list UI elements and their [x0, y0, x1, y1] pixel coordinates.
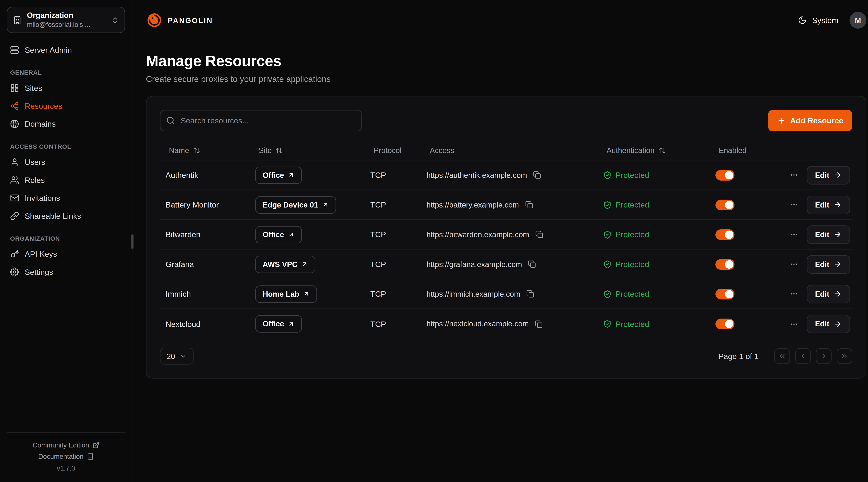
copy-button[interactable]: [534, 319, 544, 329]
site-label: AWS VPC: [262, 260, 298, 268]
site-link[interactable]: Edge Device 01: [255, 196, 336, 214]
resources-card: Add Resource Name Site Protocol: [146, 96, 866, 379]
org-selector-text: Organization milo@fossorial.io's ...: [27, 11, 106, 29]
plus-icon: [777, 117, 785, 125]
last-page-button[interactable]: [837, 348, 852, 364]
page-subtitle: Create secure proxies to your private ap…: [146, 74, 866, 84]
access-url: https://battery.example.com: [426, 200, 519, 209]
enabled-toggle[interactable]: [715, 319, 735, 329]
site-link[interactable]: Office: [255, 226, 302, 243]
table-row: Battery Monitor Edge Device 01 TCP https…: [160, 190, 852, 220]
org-selector[interactable]: Organization milo@fossorial.io's ...: [7, 7, 125, 33]
site-label: Office: [262, 230, 284, 238]
shield-check-icon: [603, 200, 612, 209]
first-page-button[interactable]: [774, 348, 790, 364]
column-header-name[interactable]: Name: [160, 147, 250, 155]
resource-name: Grafana: [160, 260, 250, 269]
row-menu-button[interactable]: [788, 228, 800, 241]
column-header-authentication[interactable]: Authentication: [597, 147, 710, 155]
add-resource-button[interactable]: Add Resource: [768, 110, 852, 131]
sidebar-item-settings[interactable]: Settings: [7, 263, 125, 281]
copy-button[interactable]: [525, 289, 535, 299]
enabled-toggle[interactable]: [715, 199, 735, 210]
column-label: Authentication: [607, 147, 655, 155]
enabled-toggle[interactable]: [715, 259, 735, 269]
sidebar-item-server-admin[interactable]: Server Admin: [7, 41, 125, 59]
card-toolbar: Add Resource: [160, 110, 852, 131]
search-input[interactable]: [160, 110, 362, 131]
table-row: Bitwarden Office TCP https://bitwarden.e…: [160, 220, 852, 250]
pager-buttons: [774, 348, 852, 364]
row-menu-button[interactable]: [788, 257, 800, 271]
row-menu-button[interactable]: [788, 198, 800, 212]
documentation-link[interactable]: Documentation: [7, 451, 125, 462]
moon-icon: [798, 16, 807, 25]
topbar: PANGOLIN System M: [132, 0, 868, 40]
toggle-knob: [725, 260, 733, 268]
site-link[interactable]: Office: [255, 315, 302, 332]
copy-button[interactable]: [532, 170, 542, 180]
edit-label: Edit: [815, 171, 829, 179]
column-label: Protocol: [374, 147, 402, 155]
sidebar-item-users[interactable]: Users: [7, 153, 125, 171]
avatar[interactable]: M: [849, 12, 866, 29]
next-page-button[interactable]: [816, 348, 832, 364]
shield-check-icon: [603, 320, 612, 328]
brand-home-link[interactable]: PANGOLIN: [146, 12, 213, 29]
sidebar-item-domains[interactable]: Domains: [7, 115, 125, 133]
arrow-up-right-icon: [302, 261, 308, 267]
sidebar-item-sites[interactable]: Sites: [7, 79, 125, 97]
column-header-protocol: Protocol: [365, 147, 421, 155]
column-label: Access: [430, 147, 454, 155]
search-wrap: [160, 110, 362, 131]
app-root: Organization milo@fossorial.io's ... Ser…: [0, 0, 868, 482]
row-menu-button[interactable]: [788, 168, 800, 182]
chevron-down-icon: [180, 352, 187, 360]
pagination: Page 1 of 1: [718, 348, 852, 364]
edit-button[interactable]: Edit: [807, 285, 850, 303]
edit-button[interactable]: Edit: [807, 225, 850, 244]
copy-button[interactable]: [524, 200, 534, 210]
row-menu-button[interactable]: [788, 317, 800, 331]
sidebar-item-shareable-links[interactable]: Shareable Links: [7, 207, 125, 225]
auth-status: Protected: [616, 260, 649, 269]
site-link[interactable]: Home Lab: [255, 285, 317, 302]
arrow-right-icon: [834, 201, 842, 208]
edit-button[interactable]: Edit: [807, 255, 850, 274]
copy-icon: [535, 320, 543, 328]
sidebar-item-label: Domains: [25, 119, 56, 128]
theme-toggle[interactable]: System: [798, 16, 838, 25]
community-edition-link[interactable]: Community Edition: [7, 440, 125, 451]
ellipsis-icon: [790, 230, 799, 239]
enabled-toggle[interactable]: [715, 289, 735, 299]
protocol: TCP: [365, 200, 421, 209]
enabled-toggle[interactable]: [715, 170, 735, 180]
arrow-right-icon: [834, 230, 842, 238]
row-menu-button[interactable]: [788, 287, 800, 301]
prev-page-button[interactable]: [795, 348, 811, 364]
edit-button[interactable]: Edit: [807, 195, 850, 214]
enabled-toggle[interactable]: [715, 229, 735, 239]
sidebar-item-invitations[interactable]: Invitations: [7, 189, 125, 207]
sidebar-item-label: Sites: [25, 84, 42, 93]
brand-name: PANGOLIN: [168, 16, 213, 24]
page-label: Page 1 of 1: [718, 352, 758, 361]
toggle-knob: [725, 171, 733, 179]
link-icon: [10, 212, 19, 221]
edit-button[interactable]: Edit: [807, 166, 850, 184]
sidebar-item-label: Settings: [25, 267, 53, 277]
column-header-site[interactable]: Site: [250, 147, 365, 155]
sidebar-item-roles[interactable]: Roles: [7, 171, 125, 189]
site-link[interactable]: Office: [255, 166, 302, 184]
copy-button[interactable]: [534, 229, 544, 239]
edit-button[interactable]: Edit: [807, 315, 850, 333]
sidebar-item-resources[interactable]: Resources: [7, 97, 125, 115]
table-row: Grafana AWS VPC TCP https://grafana.exam…: [160, 250, 852, 279]
page-size-select[interactable]: 20: [160, 348, 193, 364]
site-link[interactable]: AWS VPC: [255, 255, 316, 273]
page-title: Manage Resources: [146, 53, 866, 70]
server-icon: [10, 45, 19, 55]
sidebar-nav: Server Admin GENERAL Sites Resources Do: [7, 41, 125, 281]
sidebar-item-api-keys[interactable]: API Keys: [7, 245, 125, 263]
copy-button[interactable]: [527, 259, 537, 269]
